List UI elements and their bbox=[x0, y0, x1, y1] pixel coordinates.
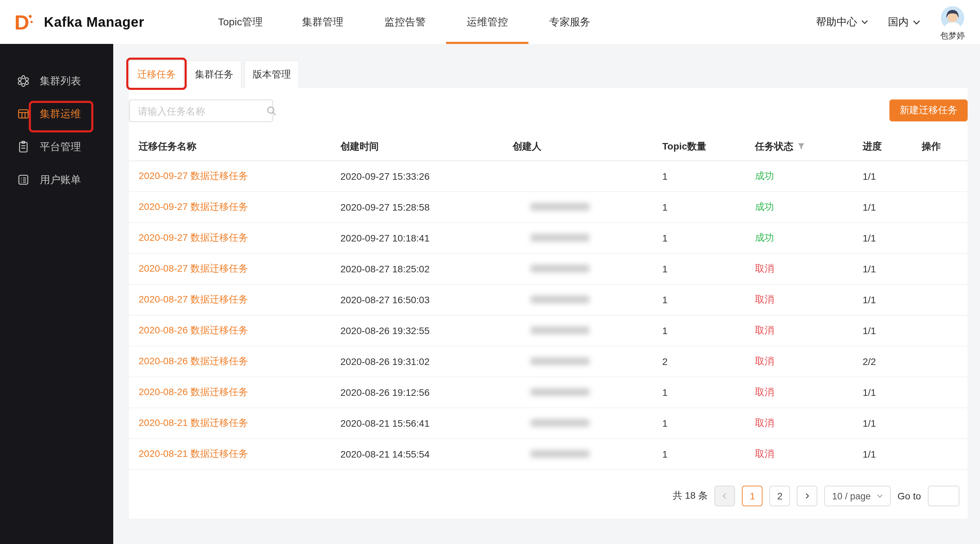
topbar-right: 帮助中心 国内 bbox=[816, 0, 965, 44]
col-progress: 进度 bbox=[863, 140, 922, 153]
task-name-link[interactable]: 2020-08-27 数据迁移任务 bbox=[138, 263, 248, 274]
created-time: 2020-08-26 19:32:55 bbox=[340, 325, 513, 336]
task-name-link[interactable]: 2020-09-27 数据迁移任务 bbox=[138, 170, 248, 181]
redacted-creator bbox=[530, 203, 590, 211]
progress-value: 1/1 bbox=[863, 449, 922, 460]
brand: D Kafka Manager bbox=[10, 8, 144, 36]
topic-count: 1 bbox=[662, 387, 755, 398]
task-name-link[interactable]: 2020-09-27 数据迁移任务 bbox=[138, 232, 248, 243]
tab-version-manage[interactable]: 版本管理 bbox=[244, 60, 299, 88]
table-row: 2020-08-27 数据迁移任务 2020-08-27 16:50:03 1 … bbox=[129, 285, 968, 316]
topic-count: 2 bbox=[662, 356, 755, 367]
task-name-link[interactable]: 2020-08-26 数据迁移任务 bbox=[138, 355, 248, 366]
svg-text:D: D bbox=[14, 11, 29, 34]
progress-value: 1/1 bbox=[863, 263, 922, 274]
help-center-dropdown[interactable]: 帮助中心 bbox=[816, 16, 869, 29]
table-row: 2020-09-27 数据迁移任务 2020-09-27 10:18:41 1 … bbox=[129, 223, 968, 254]
task-name-link[interactable]: 2020-08-21 数据迁移任务 bbox=[138, 448, 248, 459]
sidebar-item-user-billing[interactable]: 用户账单 bbox=[0, 163, 113, 196]
created-time: 2020-08-26 19:12:56 bbox=[340, 387, 513, 398]
table-row: 2020-09-27 数据迁移任务 2020-09-27 15:33:26 1 … bbox=[129, 161, 968, 192]
sidebar-item-platform-manage[interactable]: 平台管理 bbox=[0, 130, 113, 163]
app-title: Kafka Manager bbox=[44, 14, 144, 30]
status-badge: 取消 bbox=[755, 386, 863, 398]
create-migration-task-button[interactable]: 新建迁移任务 bbox=[889, 100, 968, 121]
sidebar-item-label: 用户账单 bbox=[40, 173, 81, 186]
sidebar-item-cluster-list[interactable]: 集群列表 bbox=[0, 65, 113, 97]
creator-cell bbox=[513, 294, 662, 305]
col-creator: 创建人 bbox=[513, 140, 662, 153]
redacted-creator bbox=[530, 296, 590, 303]
nav-monitor-alert[interactable]: 监控告警 bbox=[364, 0, 446, 44]
sidebar-item-label: 集群运维 bbox=[40, 107, 81, 121]
status-badge: 成功 bbox=[755, 201, 863, 213]
top-header: D Kafka Manager Topic管理 集群管理 监控告警 运维管控 专… bbox=[0, 0, 980, 44]
progress-value: 1/1 bbox=[863, 418, 922, 429]
page-button-1[interactable]: 1 bbox=[742, 486, 763, 506]
nav-ops-control[interactable]: 运维管控 bbox=[446, 0, 528, 44]
chevron-down-icon bbox=[912, 17, 921, 26]
region-dropdown[interactable]: 国内 bbox=[888, 16, 921, 29]
next-page-button[interactable] bbox=[797, 486, 818, 506]
table-row: 2020-08-21 数据迁移任务 2020-08-21 14:55:54 1 … bbox=[129, 439, 968, 470]
user-menu[interactable]: 包梦婷 bbox=[940, 6, 965, 42]
tab-cluster-tasks[interactable]: 集群任务 bbox=[187, 60, 242, 88]
creator-cell bbox=[513, 202, 662, 213]
creator-cell bbox=[513, 356, 662, 367]
avatar[interactable] bbox=[941, 6, 964, 30]
topic-count: 1 bbox=[662, 263, 755, 274]
status-badge: 成功 bbox=[755, 170, 863, 182]
page-size-value: 10 / page bbox=[832, 491, 871, 501]
redacted-creator bbox=[530, 419, 590, 427]
redacted-creator bbox=[530, 265, 590, 272]
task-name-link[interactable]: 2020-09-27 数据迁移任务 bbox=[138, 201, 248, 212]
status-badge: 成功 bbox=[755, 232, 863, 244]
total-count-label: 共 18 条 bbox=[673, 490, 708, 502]
prev-page-button[interactable] bbox=[715, 486, 735, 506]
progress-value: 1/1 bbox=[863, 202, 922, 213]
brand-logo-icon: D bbox=[10, 8, 37, 36]
page-button-2[interactable]: 2 bbox=[770, 486, 790, 506]
created-time: 2020-09-27 15:33:26 bbox=[340, 171, 513, 182]
creator-cell bbox=[513, 263, 662, 274]
search-icon[interactable] bbox=[266, 106, 277, 116]
table-row: 2020-08-26 数据迁移任务 2020-08-26 19:32:55 1 … bbox=[129, 316, 968, 346]
filter-icon[interactable] bbox=[797, 143, 805, 150]
sidebar-item-label: 平台管理 bbox=[40, 140, 81, 153]
topic-count: 1 bbox=[662, 294, 755, 305]
progress-value: 1/1 bbox=[863, 387, 922, 398]
col-actions: 操作 bbox=[922, 140, 968, 153]
task-name-link[interactable]: 2020-08-27 数据迁移任务 bbox=[138, 293, 248, 305]
app-root: D Kafka Manager Topic管理 集群管理 监控告警 运维管控 专… bbox=[0, 0, 980, 544]
cluster-ops-icon bbox=[16, 107, 30, 121]
task-name-link[interactable]: 2020-08-26 数据迁移任务 bbox=[138, 386, 248, 397]
nav-cluster-manage[interactable]: 集群管理 bbox=[282, 0, 364, 44]
creator-cell bbox=[513, 418, 662, 429]
nav-topic-manage[interactable]: Topic管理 bbox=[199, 0, 282, 44]
task-search-box bbox=[129, 100, 273, 122]
chevron-down-icon bbox=[861, 18, 869, 26]
table-row: 2020-09-27 数据迁移任务 2020-09-27 15:28:58 1 … bbox=[129, 192, 968, 223]
redacted-creator bbox=[530, 388, 590, 396]
sidebar: 集群列表 集群运维 平台管理 bbox=[0, 44, 113, 544]
topic-count: 1 bbox=[662, 202, 755, 213]
task-name-link[interactable]: 2020-08-21 数据迁移任务 bbox=[138, 417, 248, 428]
status-badge: 取消 bbox=[755, 448, 863, 460]
nav-expert-service[interactable]: 专家服务 bbox=[528, 0, 611, 44]
status-badge: 取消 bbox=[755, 293, 863, 306]
tab-migration-tasks[interactable]: 迁移任务 bbox=[129, 60, 184, 88]
creator-cell bbox=[513, 325, 662, 336]
content-card: 新建迁移任务 迁移任务名称 创建时间 创建人 Topic数量 任务状态 bbox=[129, 88, 968, 519]
topic-count: 1 bbox=[662, 325, 755, 336]
task-search-input[interactable] bbox=[130, 105, 266, 116]
status-badge: 取消 bbox=[755, 417, 863, 430]
page-size-select[interactable]: 10 / page bbox=[824, 486, 891, 506]
col-task-status-label: 任务状态 bbox=[755, 140, 793, 153]
status-badge: 取消 bbox=[755, 325, 863, 337]
task-name-link[interactable]: 2020-08-26 数据迁移任务 bbox=[138, 325, 248, 335]
status-badge: 取消 bbox=[755, 355, 863, 368]
goto-page-input[interactable] bbox=[928, 486, 959, 506]
sidebar-item-cluster-ops[interactable]: 集群运维 bbox=[0, 97, 113, 130]
created-time: 2020-08-27 16:50:03 bbox=[340, 294, 513, 305]
progress-value: 1/1 bbox=[863, 294, 922, 305]
